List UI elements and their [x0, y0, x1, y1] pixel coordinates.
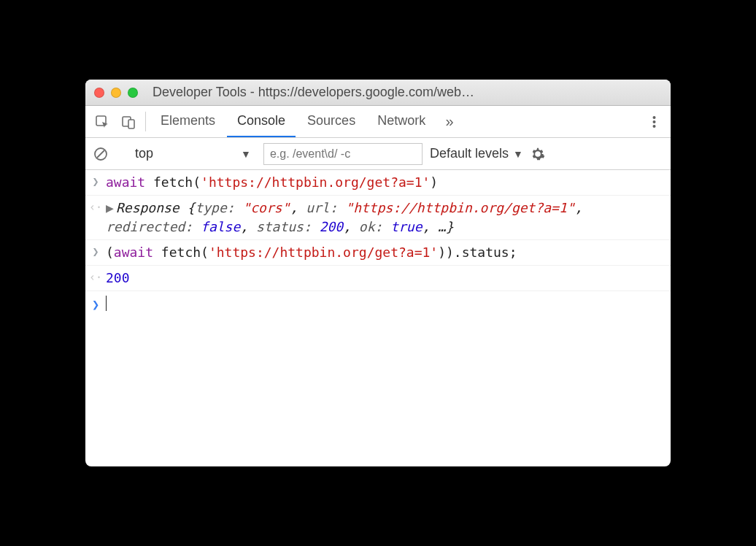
console-toolbar: top ▼ Default levels ▼: [85, 138, 671, 170]
console-input-row: ❯ await fetch('https://httpbin.org/get?a…: [85, 170, 671, 196]
levels-label: Default levels: [430, 146, 509, 161]
console-output[interactable]: ❯ await fetch('https://httpbin.org/get?a…: [85, 170, 671, 466]
svg-point-4: [652, 120, 655, 123]
prompt-marker-icon: ❯: [85, 294, 106, 314]
svg-rect-2: [128, 120, 134, 128]
window-title: Developer Tools - https://developers.goo…: [145, 85, 662, 100]
console-result: 200: [106, 269, 671, 288]
expand-icon[interactable]: ▶: [106, 199, 116, 218]
window-controls: [94, 88, 138, 98]
context-selector[interactable]: top ▼: [130, 144, 256, 164]
clear-console-icon[interactable]: [93, 146, 109, 162]
console-input[interactable]: [106, 294, 671, 314]
output-marker-icon: ‹·: [85, 269, 106, 288]
device-toggle-icon[interactable]: [116, 106, 141, 137]
chevron-down-icon: ▼: [513, 148, 523, 160]
tab-elements[interactable]: Elements: [150, 106, 225, 137]
tabs-overflow-icon[interactable]: »: [437, 106, 462, 137]
svg-line-7: [97, 150, 104, 158]
tab-console[interactable]: Console: [227, 106, 296, 137]
svg-point-3: [652, 116, 655, 119]
settings-icon[interactable]: [531, 147, 545, 161]
minimize-icon[interactable]: [111, 88, 121, 98]
zoom-icon[interactable]: [128, 88, 138, 98]
filter-input[interactable]: [263, 143, 423, 165]
output-marker-icon: ‹·: [85, 199, 106, 237]
console-result[interactable]: ▶Response {type: "cors", url: "https://h…: [106, 199, 671, 237]
console-output-row: ‹· 200: [85, 266, 671, 291]
chevron-down-icon: ▼: [241, 148, 251, 160]
titlebar: Developer Tools - https://developers.goo…: [85, 80, 671, 106]
text-cursor: [106, 296, 107, 311]
log-levels-selector[interactable]: Default levels ▼: [430, 146, 523, 161]
console-command: (await fetch('https://httpbin.org/get?a=…: [106, 243, 671, 262]
console-input-row: ❯ (await fetch('https://httpbin.org/get?…: [85, 240, 671, 266]
tabbar: Elements Console Sources Network »: [85, 106, 671, 138]
inspect-icon[interactable]: [90, 106, 115, 137]
console-output-row: ‹· ▶Response {type: "cors", url: "https:…: [85, 196, 671, 240]
console-prompt-row[interactable]: ❯: [85, 291, 671, 317]
input-marker-icon: ❯: [85, 173, 106, 192]
separator: [145, 112, 146, 131]
close-icon[interactable]: [94, 88, 104, 98]
menu-icon[interactable]: [641, 106, 666, 137]
tab-network[interactable]: Network: [367, 106, 436, 137]
devtools-window: Developer Tools - https://developers.goo…: [85, 80, 671, 466]
console-command: await fetch('https://httpbin.org/get?a=1…: [106, 173, 671, 192]
tab-sources[interactable]: Sources: [297, 106, 366, 137]
input-marker-icon: ❯: [85, 243, 106, 262]
context-label: top: [135, 146, 153, 161]
svg-point-5: [652, 125, 655, 128]
